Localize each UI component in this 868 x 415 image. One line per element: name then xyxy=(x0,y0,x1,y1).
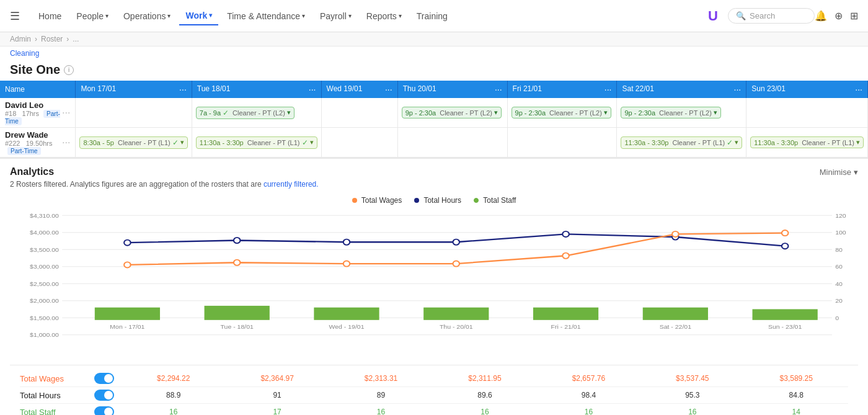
svg-text:$4,000.00: $4,000.00 xyxy=(30,230,59,236)
shift-block[interactable]: 9p - 2:30a Cleaner - PT (L2) ▾ xyxy=(621,107,720,118)
row-menu-icon[interactable]: ··· xyxy=(62,107,70,118)
chart-svg: $4,310.00 $4,000.00 $3,500.00 $3,000.00 … xyxy=(10,210,858,346)
hours-point-sun xyxy=(782,243,789,249)
thu-menu[interactable]: ··· xyxy=(495,84,502,94)
shift-tue-1[interactable]: 7a - 9a ✓ Cleaner - PT (L2) ▾ xyxy=(192,98,321,128)
bell-icon[interactable]: 🔔 xyxy=(815,10,827,22)
dropdown-icon[interactable]: ▾ xyxy=(714,109,717,117)
staff-wed: 16 xyxy=(341,408,422,415)
hours-fri: 98.4 xyxy=(548,391,629,399)
nav-icon-group: 🔔 ⊕ ⊞ xyxy=(815,10,858,22)
payroll-chevron: ▾ xyxy=(348,12,352,19)
col-sun: Sun 23/01 ··· xyxy=(746,81,868,98)
shift-thu-2 xyxy=(397,128,507,158)
shift-block[interactable]: 11:30a - 3:30p Cleaner - PT (L1) ✓ ▾ xyxy=(196,136,317,149)
svg-text:$4,310.00: $4,310.00 xyxy=(30,212,59,218)
user-menu-icon[interactable]: ⊞ xyxy=(850,10,858,22)
shift-tue-2[interactable]: 11:30a - 3:30p Cleaner - PT (L1) ✓ ▾ xyxy=(192,128,321,158)
staff-mon: 16 xyxy=(133,408,214,415)
shift-fri-2 xyxy=(507,128,617,158)
minimise-button[interactable]: Minimise ▾ xyxy=(820,167,858,177)
bar-mon xyxy=(95,308,160,320)
employee-name: David Leo xyxy=(5,100,62,110)
part-time-badge-2: Part-Time xyxy=(7,147,41,155)
wages-tue: $2,364.97 xyxy=(237,374,317,383)
tue-menu[interactable]: ··· xyxy=(309,84,316,94)
employee-name-2: Drew Wade xyxy=(5,130,62,140)
shift-block[interactable]: 9p - 2:30a Cleaner - PT (L2) ▾ xyxy=(402,107,502,118)
col-fri: Fri 21/01 ··· xyxy=(507,81,617,98)
sun-menu[interactable]: ··· xyxy=(855,84,862,94)
nav-payroll[interactable]: Payroll▾ xyxy=(314,7,358,25)
wages-toggle[interactable] xyxy=(94,373,114,384)
nav-time-attendance[interactable]: Time & Attendance▾ xyxy=(221,7,311,25)
hours-toggle[interactable] xyxy=(94,390,114,401)
shift-sat-1[interactable]: 9p - 2:30a Cleaner - PT (L2) ▾ xyxy=(617,98,746,128)
shift-mon-2[interactable]: 8:30a - 5p Cleaner - PT (L1) ✓ ▾ xyxy=(76,128,192,158)
shift-block[interactable]: 11:30a - 3:30p Cleaner - PT (L1) ▾ xyxy=(750,136,864,148)
shift-fri-1[interactable]: 9p - 2:30a Cleaner - PT (L2) ▾ xyxy=(507,98,617,128)
sat-menu[interactable]: ··· xyxy=(734,84,742,94)
total-staff-label: Total Staff xyxy=(20,408,94,416)
wed-menu[interactable]: ··· xyxy=(385,84,392,94)
staff-toggle[interactable] xyxy=(94,406,114,415)
filter-link[interactable]: currently filtered. xyxy=(264,180,319,189)
hours-thu: 89.6 xyxy=(445,391,525,399)
nav-operations[interactable]: Operations▾ xyxy=(117,7,177,25)
wages-legend-dot xyxy=(352,198,357,203)
staff-sat: 16 xyxy=(652,408,733,415)
nav-people[interactable]: People▾ xyxy=(70,7,115,25)
operations-chevron: ▾ xyxy=(167,12,170,19)
hamburger-menu[interactable]: ☰ xyxy=(10,9,20,23)
table-row: David Leo #18 17hrs Part-Time ··· xyxy=(0,98,868,128)
dropdown-icon[interactable]: ▾ xyxy=(494,109,498,117)
part-time-badge: Part-Time xyxy=(5,110,60,125)
site-info-icon[interactable]: i xyxy=(64,65,74,75)
wages-point-mon xyxy=(124,262,131,267)
svg-text:20: 20 xyxy=(835,298,843,304)
wages-point-sun xyxy=(782,230,789,236)
svg-text:80: 80 xyxy=(835,246,843,252)
hours-sun: 84.8 xyxy=(756,391,836,399)
shift-block[interactable]: 9p - 2:30a Cleaner - PT (L2) ▾ xyxy=(512,107,611,118)
wages-thu: $2,311.95 xyxy=(445,374,525,383)
help-icon[interactable]: ⊕ xyxy=(835,10,843,22)
svg-text:$3,500.00: $3,500.00 xyxy=(30,246,59,252)
nav-reports[interactable]: Reports▾ xyxy=(360,7,408,25)
check-icon: ✓ xyxy=(302,138,308,147)
shift-block[interactable]: 8:30a - 5p Cleaner - PT (L1) ✓ ▾ xyxy=(79,136,187,149)
shift-sun-2[interactable]: 11:30a - 3:30p Cleaner - PT (L1) ▾ xyxy=(746,128,868,158)
staff-legend-dot xyxy=(474,198,479,203)
col-thu: Thu 20/01 ··· xyxy=(397,81,507,98)
cleaning-tag: Cleaning xyxy=(10,49,858,58)
shift-block[interactable]: 7a - 9a ✓ Cleaner - PT (L2) ▾ xyxy=(196,107,294,119)
svg-text:100: 100 xyxy=(835,230,846,236)
nav-home[interactable]: Home xyxy=(32,7,68,25)
wages-values: $2,294.22 $2,364.97 $2,313.31 $2,311.95 … xyxy=(122,374,848,383)
shift-sat-2[interactable]: 11:30a - 3:30p Cleaner - PT (L1) ✓ ▾ xyxy=(617,128,746,158)
shift-block[interactable]: 11:30a - 3:30p Cleaner - PT (L1) ✓ ▾ xyxy=(621,136,742,149)
dropdown-icon[interactable]: ▾ xyxy=(180,138,184,146)
staff-legend: Total Staff xyxy=(474,196,516,205)
svg-text:40: 40 xyxy=(835,280,843,287)
dropdown-icon[interactable]: ▾ xyxy=(310,138,314,146)
nav-training[interactable]: Training xyxy=(410,7,454,25)
mon-menu[interactable]: ··· xyxy=(179,84,187,94)
dropdown-icon[interactable]: ▾ xyxy=(604,109,608,117)
nav-work[interactable]: Work▾ xyxy=(179,7,218,25)
search-placeholder: Search xyxy=(750,11,775,20)
fri-menu[interactable]: ··· xyxy=(604,84,612,94)
dropdown-icon[interactable]: ▾ xyxy=(735,138,738,146)
row-menu-icon-2[interactable]: ··· xyxy=(62,137,70,148)
col-tue: Tue 18/01 ··· xyxy=(192,81,321,98)
svg-text:Sun - 23/01: Sun - 23/01 xyxy=(768,324,802,330)
analytics-header: Analytics Minimise ▾ xyxy=(10,166,858,177)
svg-text:$1,000.00: $1,000.00 xyxy=(30,332,59,338)
svg-text:Wed - 19/01: Wed - 19/01 xyxy=(329,324,364,330)
dropdown-icon[interactable]: ▾ xyxy=(856,138,860,146)
search-box[interactable]: 🔍 Search xyxy=(728,8,815,24)
shift-thu-1[interactable]: 9p - 2:30a Cleaner - PT (L2) ▾ xyxy=(397,98,507,128)
employee-name-cell-2: Drew Wade #222 19.50hrs Part-Time ··· xyxy=(0,128,76,158)
dropdown-icon[interactable]: ▾ xyxy=(287,109,291,117)
wages-point-thu xyxy=(453,261,460,267)
